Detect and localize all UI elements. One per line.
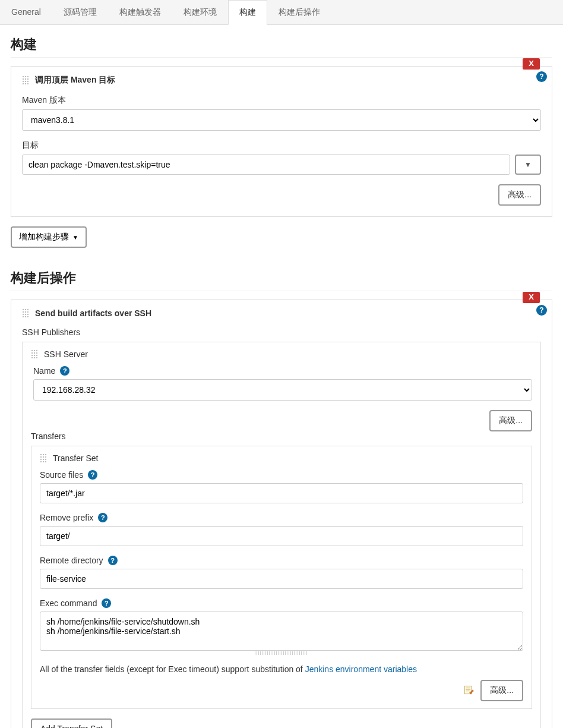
- help-icon[interactable]: ?: [60, 366, 69, 376]
- maven-step-title: 调用顶层 Maven 目标: [35, 75, 115, 86]
- goal-label: 目标: [22, 140, 541, 151]
- exec-command-label: Exec command ?: [40, 598, 523, 608]
- delete-ssh-step-button[interactable]: X: [523, 292, 540, 303]
- ssh-step-header: Send build artifacts over SSH: [22, 308, 541, 318]
- goal-dropdown-button[interactable]: ▼: [515, 155, 541, 175]
- maven-step-box: X ? 调用顶层 Maven 目标 Maven 版本 maven3.8.1 目标…: [11, 66, 552, 217]
- config-tabs: General 源码管理 构建触发器 构建环境 构建 构建后操作: [0, 0, 563, 25]
- transfer-advanced-button[interactable]: 高级...: [480, 680, 523, 701]
- exec-command-textarea[interactable]: sh /home/jenkins/file-service/shutdown.s…: [40, 612, 523, 651]
- drag-handle-icon[interactable]: [22, 75, 29, 85]
- help-icon[interactable]: ?: [98, 513, 107, 522]
- resize-handle-icon[interactable]: [255, 651, 308, 655]
- help-icon[interactable]: ?: [88, 470, 97, 480]
- post-section-title: 构建后操作: [11, 269, 552, 291]
- tab-post[interactable]: 构建后操作: [267, 0, 331, 24]
- remove-prefix-input[interactable]: [40, 526, 523, 546]
- remove-prefix-label: Remove prefix ?: [40, 513, 523, 522]
- notepad-icon: [463, 684, 475, 698]
- tab-scm[interactable]: 源码管理: [52, 0, 108, 24]
- post-build-section: 构建后操作 X ? Send build artifacts over SSH …: [0, 259, 563, 728]
- remote-directory-input[interactable]: [40, 569, 523, 589]
- tab-env[interactable]: 构建环境: [172, 0, 228, 24]
- maven-advanced-button[interactable]: 高级...: [498, 184, 541, 206]
- help-icon[interactable]: ?: [102, 598, 111, 608]
- drag-handle-icon[interactable]: [40, 453, 47, 463]
- tab-triggers[interactable]: 构建触发器: [108, 0, 172, 24]
- env-vars-link[interactable]: Jenkins environment variables: [305, 664, 417, 674]
- build-section-title: 构建: [11, 36, 552, 58]
- source-files-input[interactable]: [40, 483, 523, 503]
- build-section: 构建 X ? 调用顶层 Maven 目标 Maven 版本 maven3.8.1…: [0, 25, 563, 259]
- ssh-step-box: X ? Send build artifacts over SSH SSH Pu…: [11, 300, 552, 728]
- maven-version-select[interactable]: maven3.8.1: [22, 109, 541, 131]
- goal-input[interactable]: [22, 155, 510, 175]
- caret-down-icon: ▼: [72, 234, 78, 241]
- maven-version-label: Maven 版本: [22, 95, 541, 106]
- ssh-publishers-label: SSH Publishers: [22, 327, 541, 337]
- transfer-set-box: Transfer Set Source files ? Remove prefi…: [31, 446, 532, 709]
- remote-directory-label: Remote directory ?: [40, 556, 523, 565]
- step-header: 调用顶层 Maven 目标: [22, 75, 541, 86]
- delete-step-button[interactable]: X: [523, 58, 540, 70]
- add-build-step-button[interactable]: 增加构建步骤 ▼: [11, 226, 87, 248]
- ssh-step-title: Send build artifacts over SSH: [35, 308, 151, 318]
- help-icon[interactable]: ?: [108, 556, 118, 565]
- substitution-info-text: All of the transfer fields (except for E…: [40, 664, 523, 674]
- drag-handle-icon[interactable]: [22, 308, 29, 318]
- ssh-server-advanced-button[interactable]: 高级...: [489, 410, 532, 431]
- tab-general[interactable]: General: [0, 0, 52, 24]
- source-files-label: Source files ?: [40, 470, 523, 480]
- tab-build[interactable]: 构建: [228, 0, 267, 25]
- ssh-server-select[interactable]: 192.168.28.32: [33, 379, 532, 401]
- transfers-label: Transfers: [31, 431, 532, 441]
- ssh-server-label: SSH Server: [44, 349, 88, 359]
- drag-handle-icon[interactable]: [31, 349, 38, 359]
- ssh-server-box: SSH Server Name ? 192.168.28.32 高级... Tr…: [22, 342, 541, 728]
- name-label: Name ?: [33, 366, 532, 376]
- add-transfer-set-button[interactable]: Add Transfer Set: [31, 718, 112, 728]
- transfer-set-label: Transfer Set: [53, 453, 99, 463]
